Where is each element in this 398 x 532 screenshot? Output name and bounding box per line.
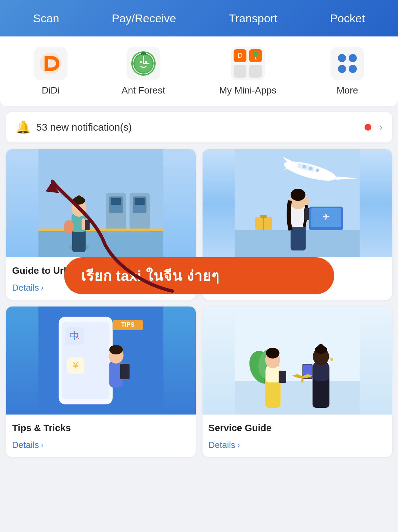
notification-chevron-icon: › — [379, 122, 382, 133]
service-illustration — [203, 307, 392, 415]
overlay-banner: เรียก taxi ในจีน ง่ายๆ — [64, 257, 334, 294]
svg-rect-27 — [135, 198, 145, 205]
svg-point-15 — [338, 54, 346, 62]
card-travel-image: ✈ — [203, 149, 392, 257]
app-didi[interactable]: DiDi — [34, 47, 68, 96]
mini-apps-icon-container: D $ — [231, 47, 265, 80]
svg-rect-21 — [38, 230, 163, 257]
svg-rect-95 — [301, 376, 303, 382]
svg-text:¥: ¥ — [73, 360, 78, 370]
travel-svg: ✈ — [203, 149, 392, 257]
svg-rect-51 — [290, 223, 306, 250]
travel-illustration: ✈ — [203, 149, 392, 257]
svg-rect-13 — [234, 65, 246, 78]
app-my-mini-apps[interactable]: D $ My Mini-Apps — [219, 47, 276, 96]
card-tips-title: Tips & Tricks — [12, 421, 190, 434]
svg-point-16 — [349, 54, 357, 62]
ant-forest-logo-svg — [130, 50, 157, 77]
ant-forest-label: Ant Forest — [122, 85, 165, 96]
svg-text:A: A — [76, 335, 79, 340]
svg-text:TIPS: TIPS — [121, 321, 135, 328]
bell-icon: 🔔 — [16, 120, 31, 134]
svg-point-92 — [330, 358, 333, 361]
card-tips-details[interactable]: Details › — [12, 440, 190, 450]
svg-point-90 — [318, 344, 324, 350]
notification-text: 53 new notification(s) — [36, 122, 359, 133]
notification-red-dot — [365, 124, 371, 131]
svg-rect-58 — [304, 198, 309, 205]
card-tips-image: TIPS 中 A ¥ — [6, 307, 196, 415]
svg-point-11 — [253, 51, 258, 57]
didi-label: DiDi — [42, 85, 60, 96]
top-navigation: Scan Pay/Receive Transport Pocket — [0, 0, 398, 36]
tips-illustration: TIPS 中 A ¥ — [6, 307, 196, 415]
svg-point-74 — [109, 345, 123, 354]
card-service-details-label: Details — [209, 440, 235, 450]
svg-point-18 — [349, 65, 357, 73]
content-grid: Guide to Urban transportation in ... Det… — [6, 149, 392, 457]
didi-icon-container — [34, 47, 68, 80]
tips-svg: TIPS 中 A ¥ — [6, 307, 196, 415]
svg-rect-26 — [111, 198, 121, 205]
svg-point-32 — [64, 220, 74, 234]
card-service-title: Service Guide — [209, 421, 386, 434]
card-tips-body: Tips & Tricks Details › — [6, 415, 196, 457]
svg-rect-14 — [249, 65, 262, 78]
card-tips[interactable]: TIPS 中 A ¥ — [6, 307, 196, 457]
app-shortcuts: DiDi Ant Forest — [0, 36, 398, 106]
svg-rect-75 — [120, 364, 130, 379]
svg-rect-77 — [235, 381, 360, 415]
overlay-banner-text: เรียก taxi ในจีน ง่ายๆ — [81, 268, 219, 284]
svg-point-56 — [290, 189, 305, 201]
app-more[interactable]: More — [330, 47, 364, 96]
nav-scan[interactable]: Scan — [26, 8, 66, 28]
card-service-chevron-icon: › — [237, 441, 240, 450]
card-tips-details-label: Details — [12, 440, 39, 450]
svg-text:✈: ✈ — [322, 212, 330, 222]
more-icon-container — [330, 47, 364, 80]
svg-rect-37 — [82, 218, 85, 230]
mini-apps-logo-svg: D $ — [231, 47, 265, 80]
svg-text:$: $ — [255, 57, 257, 61]
svg-point-35 — [76, 195, 82, 201]
card-transport-chevron-icon: › — [41, 284, 43, 292]
service-svg — [203, 307, 392, 415]
svg-point-6 — [145, 61, 147, 63]
svg-point-5 — [140, 61, 142, 63]
svg-point-17 — [338, 65, 346, 73]
transport-svg — [6, 149, 196, 257]
mini-apps-label: My Mini-Apps — [219, 85, 276, 96]
nav-pay-receive[interactable]: Pay/Receive — [105, 8, 183, 28]
card-service-details[interactable]: Details › — [209, 440, 386, 450]
card-service-image — [203, 307, 392, 415]
more-logo-svg — [334, 50, 361, 77]
nav-pocket[interactable]: Pocket — [323, 8, 372, 28]
didi-logo-svg — [37, 50, 64, 77]
svg-rect-30 — [72, 229, 86, 252]
svg-text:D: D — [238, 52, 242, 59]
more-label: More — [337, 85, 358, 96]
svg-point-84 — [266, 348, 279, 358]
nav-transport[interactable]: Transport — [222, 8, 284, 28]
svg-rect-85 — [278, 371, 286, 383]
card-service-body: Service Guide Details › — [203, 415, 392, 457]
card-tips-chevron-icon: › — [41, 441, 43, 450]
card-transport-details-label: Details — [12, 283, 39, 293]
notification-bar[interactable]: 🔔 53 new notification(s) › — [6, 112, 392, 142]
card-transport-image — [6, 149, 196, 257]
transport-illustration — [6, 149, 196, 257]
svg-rect-28 — [38, 229, 163, 231]
content-section: Guide to Urban transportation in ... Det… — [0, 149, 398, 457]
app-ant-forest[interactable]: Ant Forest — [122, 47, 165, 96]
card-service[interactable]: Service Guide Details › — [203, 307, 392, 457]
ant-forest-icon-container — [127, 47, 160, 80]
